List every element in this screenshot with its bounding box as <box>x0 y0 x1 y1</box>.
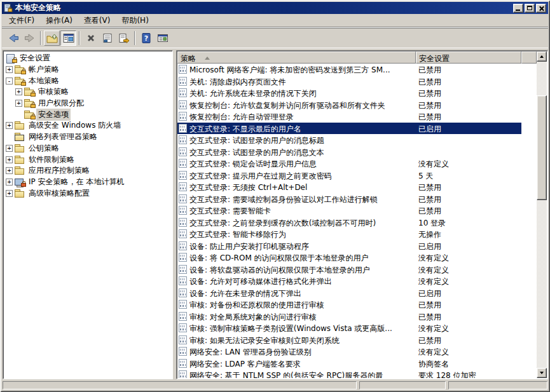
tree-expander-icon[interactable]: + <box>15 100 22 107</box>
policy-row[interactable]: 网络安全: 基于 NTLM SSP 的(包括安全 RPC)服务器的最 要求 12… <box>177 369 537 378</box>
menu-item[interactable]: 文件(F) <box>3 13 40 28</box>
new-window-button[interactable] <box>155 30 170 46</box>
policy-document-icon <box>179 65 187 74</box>
vertical-scrollbar[interactable] <box>537 51 547 378</box>
policy-row[interactable]: 关机: 允许系统在未登录的情况下关闭 已禁用 <box>177 87 537 99</box>
policy-row[interactable]: Microsoft 网络客户端: 将未加密的密码发送到第三方 SM... 已禁用 <box>177 64 537 76</box>
back-icon <box>7 32 20 44</box>
up-one-level-button[interactable] <box>44 30 60 46</box>
tree-item[interactable]: + 应用程序控制策略 <box>3 165 172 177</box>
policy-name: 恢复控制台: 允许自动管理登录 <box>189 112 415 123</box>
tree-expander-icon[interactable]: + <box>15 88 22 95</box>
policy-row[interactable]: 交互式登录: 试图登录的用户的消息标题 <box>177 134 537 146</box>
policy-row[interactable]: 恢复控制台: 允许软盘复制并访问所有驱动器和所有文件夹 已禁用 <box>177 99 537 111</box>
lock-icon <box>31 116 36 119</box>
column-header-setting[interactable]: 安全设置 <box>416 51 521 64</box>
policy-name: 交互式登录: 试图登录的用户的消息标题 <box>189 135 415 146</box>
window-title: 本地安全策略 <box>15 3 513 13</box>
policy-row[interactable]: 交互式登录: 需要域控制器身份验证以对工作站进行解锁 已禁用 <box>177 193 537 205</box>
policy-row[interactable]: 设备: 防止用户安装打印机驱动程序 已启用 <box>177 240 537 252</box>
tree-item[interactable]: + IP 安全策略，在 本地计算机 <box>3 177 172 188</box>
policy-row[interactable]: 审核: 如果无法记录安全审核则立即关闭系统 已禁用 <box>177 334 537 346</box>
policy-row[interactable]: 恢复控制台: 允许自动管理登录 已禁用 <box>177 111 537 123</box>
maximize-button[interactable] <box>525 4 535 13</box>
tree-item[interactable]: - 本地策略 <box>3 75 172 86</box>
tree-expander-icon[interactable]: + <box>6 179 13 186</box>
tree-item[interactable]: + 高级审核策略配置 <box>3 187 172 199</box>
policy-name: 交互式登录: 智能卡移除行为 <box>189 229 415 240</box>
tree-item[interactable]: 安全选项 <box>3 109 172 120</box>
policy-document-icon <box>179 194 187 203</box>
tree-item[interactable]: 网络列表管理器策略 <box>3 132 172 143</box>
menu-item[interactable]: 帮助(H) <box>116 13 154 28</box>
tree-expander-icon[interactable]: + <box>6 156 13 163</box>
tree-expander-icon[interactable]: + <box>6 122 13 129</box>
menu-item[interactable]: 操作(A) <box>40 13 78 28</box>
scroll-up-button[interactable] <box>537 51 547 62</box>
scrollbar-thumb[interactable] <box>537 95 547 200</box>
tree-item[interactable]: + 高级安全 Windows 防火墙 <box>3 120 172 132</box>
tree-item[interactable]: 安全设置 <box>3 53 172 64</box>
export-list-button[interactable] <box>116 30 132 46</box>
policy-document-icon <box>179 100 187 109</box>
tree-item[interactable]: + 用户权限分配 <box>3 98 172 109</box>
tree-expander-icon[interactable]: + <box>6 66 13 73</box>
policy-row[interactable]: 交互式登录: 需要智能卡 已禁用 <box>177 205 537 217</box>
policy-document-icon <box>179 288 187 297</box>
policy-row[interactable]: 网络安全: LDAP 客户端签名要求 协商签名 <box>177 358 537 370</box>
back-button[interactable] <box>5 30 21 46</box>
policy-setting: 无操作 <box>418 229 520 240</box>
policy-row[interactable]: 关机: 清除虚拟内存页面文件 已禁用 <box>177 76 537 88</box>
policy-row[interactable]: 交互式登录: 提示用户在过期之前更改密码 5 天 <box>177 170 537 182</box>
policy-row[interactable]: 审核: 对备份和还原权限的使用进行审核 已禁用 <box>177 299 537 311</box>
policy-row[interactable]: 设备: 允许对可移动媒体进行格式化并弹出 没有定义 <box>177 275 537 287</box>
policy-row[interactable]: 审核: 强制审核策略子类别设置(Windows Vista 或更高版... 没有… <box>177 322 537 334</box>
show-console-tree-button[interactable] <box>60 30 76 46</box>
policy-document-icon <box>179 335 187 344</box>
minimize-button[interactable] <box>513 4 523 13</box>
policy-document-icon <box>179 135 187 144</box>
policy-document-icon <box>179 171 187 180</box>
policy-setting: 已禁用 <box>418 335 520 346</box>
forward-button[interactable] <box>22 30 38 46</box>
tree-item[interactable]: + 公钥策略 <box>3 143 172 154</box>
arrow-down-icon <box>540 372 544 374</box>
policy-setting: 已启用 <box>418 288 520 299</box>
tree-expander-icon[interactable]: - <box>6 78 13 84</box>
policy-row[interactable]: 交互式登录: 试图登录的用户的消息文本 <box>177 146 537 158</box>
policy-row[interactable]: 交互式登录: 无须按 Ctrl+Alt+Del 已禁用 <box>177 181 537 193</box>
scroll-down-button[interactable] <box>537 368 547 378</box>
close-button[interactable] <box>536 4 546 13</box>
tree-item[interactable]: + 帐户策略 <box>3 64 172 76</box>
policy-row[interactable]: 交互式登录: 智能卡移除行为 无操作 <box>177 228 537 240</box>
help-button[interactable]: ? <box>138 30 154 46</box>
column-header-policy[interactable]: 策略 <box>177 51 416 64</box>
policy-setting: 已禁用 <box>418 88 520 99</box>
policy-row[interactable]: 交互式登录: 锁定会话时显示用户信息 没有定义 <box>177 158 537 170</box>
tree-item-label: 软件限制策略 <box>27 154 76 166</box>
delete-button[interactable] <box>83 30 99 46</box>
tree-expander-icon[interactable]: + <box>6 145 13 152</box>
tree-item-icon <box>15 65 25 74</box>
policy-row[interactable]: 审核: 对全局系统对象的访问进行审核 已禁用 <box>177 311 537 323</box>
policy-document-icon <box>179 77 187 86</box>
policy-list: Microsoft 网络客户端: 将未加密的密码发送到第三方 SM... 已禁用… <box>177 64 537 378</box>
tree-expander-icon[interactable]: + <box>6 190 13 197</box>
policy-row[interactable]: 交互式登录: 不显示最后的用户名 已启用 <box>177 123 537 135</box>
tree-expander-icon[interactable]: + <box>6 167 13 174</box>
properties-button[interactable] <box>99 30 115 46</box>
menu-item[interactable]: 查看(V) <box>78 13 116 28</box>
policy-row[interactable]: 设备: 将 CD-ROM 的访问权限仅限于本地登录的用户 没有定义 <box>177 252 537 264</box>
policy-setting: 已禁用 <box>418 182 520 193</box>
policy-name: 设备: 允许在未登录的情况下弹出 <box>189 288 415 299</box>
policy-row[interactable]: 网络安全: LAN 管理器身份验证级别 没有定义 <box>177 346 537 358</box>
policy-row[interactable]: 交互式登录: 之前登录到缓存的次数(域控制器不可用时) 10 登录 <box>177 217 537 229</box>
column-label: 策略 <box>181 54 196 63</box>
tree-item[interactable]: + 软件限制策略 <box>3 154 172 165</box>
menu-bar: 文件(F) 操作(A) 查看(V) 帮助(H) <box>2 14 548 27</box>
status-panel <box>3 381 357 389</box>
policy-setting: 已禁用 <box>418 206 520 217</box>
policy-row[interactable]: 设备: 允许在未登录的情况下弹出 已启用 <box>177 287 537 299</box>
tree-item[interactable]: + 审核策略 <box>3 86 172 98</box>
policy-row[interactable]: 设备: 将软盘驱动器的访问权限仅限于本地登录的用户 没有定义 <box>177 264 537 276</box>
